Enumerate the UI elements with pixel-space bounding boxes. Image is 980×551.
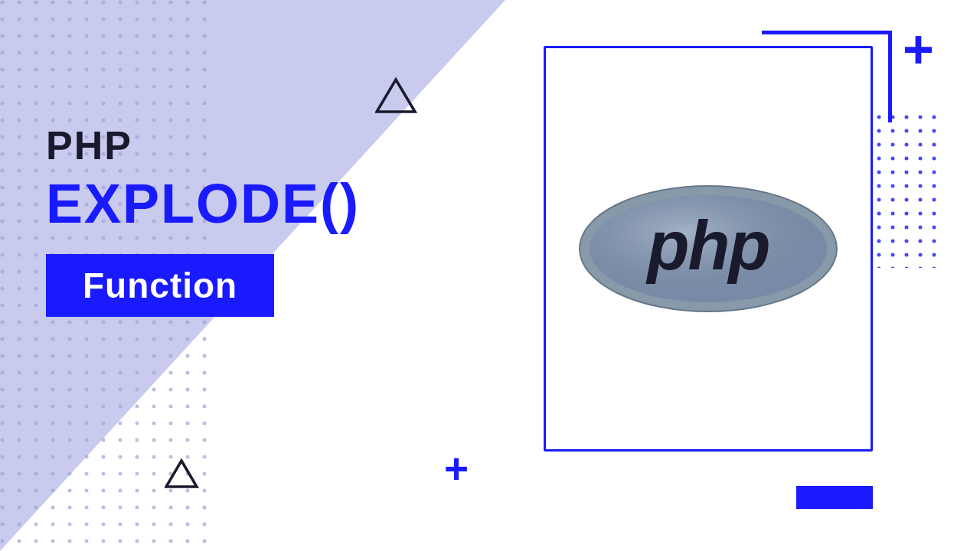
left-content-area: PHP EXPLODE() Function [46,122,360,317]
triangle-deco-bottom [165,458,199,490]
card-corner-top-deco [762,31,892,122]
php-heading: PHP [46,122,360,168]
svg-marker-3 [377,80,415,112]
dots-deco-right [877,115,938,268]
php-logo: php [578,184,838,314]
plus-deco-bottom-center: + [444,448,469,490]
triangle-deco-top [375,77,417,115]
plus-deco-top-right: + [903,23,934,77]
function-badge: Function [46,254,274,317]
svg-text:php: php [646,207,769,284]
svg-marker-4 [166,461,197,487]
explode-heading: EXPLODE() [46,176,360,231]
page-container: PHP EXPLODE() Function + + [0,0,980,551]
card-corner-bottom-deco [796,486,873,509]
function-label: Function [83,266,237,305]
svg-rect-6 [877,115,938,268]
